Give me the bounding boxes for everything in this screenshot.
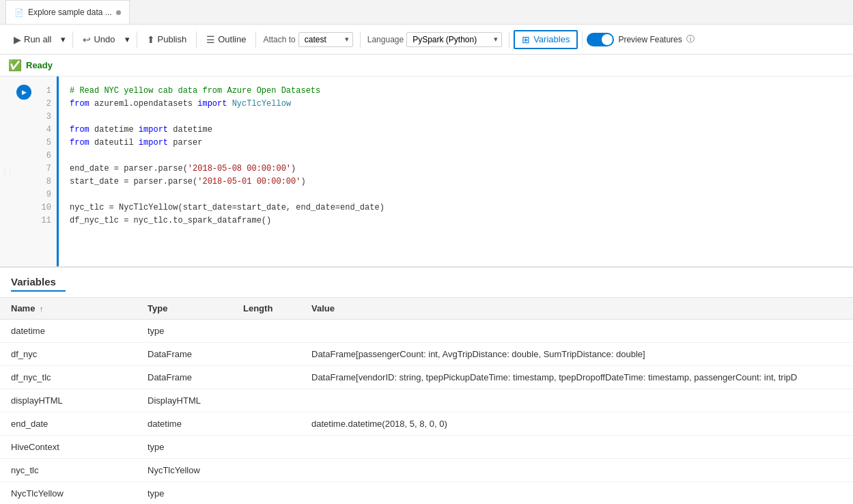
tab-label: Explore sample data ...: [28, 8, 112, 17]
status-text: Ready: [26, 60, 53, 70]
attach-select[interactable]: catest: [298, 32, 353, 47]
run-dropdown-button[interactable]: ▾: [58, 31, 68, 47]
table-row: NycTlcYellow type: [0, 482, 853, 505]
variables-button[interactable]: ⊞ Variables: [514, 30, 578, 49]
cell-name: NycTlcYellow: [0, 482, 137, 505]
preview-features-toggle[interactable]: Preview Features ⓘ: [587, 33, 694, 46]
line-numbers: 1234567891011: [34, 76, 59, 266]
table-row: df_nyc_tlc DataFrame DataFrame[vendorID:…: [0, 366, 853, 389]
notebook-icon: 📄: [14, 8, 24, 17]
cell-type: DisplayHTML: [137, 389, 232, 412]
divider-5: [360, 31, 361, 48]
cell-name: HiveContext: [0, 436, 137, 459]
cell-type: DataFrame: [137, 343, 232, 366]
table-row: HiveContext type: [0, 436, 853, 459]
cell-type: DataFrame: [137, 366, 232, 389]
drag-handle[interactable]: ⋮⋮: [0, 76, 14, 266]
publish-button[interactable]: ⬆ Publish: [141, 31, 193, 48]
cell-name: datetime: [0, 320, 137, 343]
table-row: datetime type: [0, 320, 853, 343]
language-label: Language: [367, 35, 404, 44]
toggle-thumb: [602, 34, 613, 45]
cell-length: [232, 459, 300, 482]
cell-length: [232, 320, 300, 343]
language-select[interactable]: PySpark (Python): [406, 32, 502, 47]
run-cell-button[interactable]: ▶: [16, 85, 31, 100]
chevron-down-icon-2: ▾: [125, 34, 130, 44]
col-value[interactable]: Value: [300, 298, 853, 320]
notebook-tab[interactable]: 📄 Explore sample data ...: [5, 0, 130, 24]
cell-length: [232, 436, 300, 459]
undo-button[interactable]: ↩ Undo: [77, 31, 120, 48]
toggle-track[interactable]: [587, 33, 614, 46]
run-all-button[interactable]: ▶ Run all: [8, 31, 57, 48]
table-header-row: Name ↑ Type Length Value: [0, 298, 853, 320]
cell-length: [232, 343, 300, 366]
variables-title: Variables: [0, 268, 853, 288]
table-row: df_nyc DataFrame DataFrame[passengerCoun…: [0, 343, 853, 366]
unsaved-dot: [116, 10, 121, 15]
outline-icon: ☰: [206, 34, 215, 45]
cell-value: [300, 320, 853, 343]
cell-length: [232, 366, 300, 389]
variables-table-body: datetime type df_nyc DataFrame DataFrame…: [0, 320, 853, 505]
undo-dropdown-button[interactable]: ▾: [122, 31, 132, 47]
cell-value: datetime.datetime(2018, 5, 8, 0, 0): [300, 412, 853, 436]
attach-select-wrapper[interactable]: catest: [298, 32, 353, 47]
language-select-wrapper[interactable]: PySpark (Python): [406, 32, 502, 47]
cell-name: end_date: [0, 412, 137, 436]
cell-length: [232, 482, 300, 505]
variables-table: Name ↑ Type Length Value datetime type d…: [0, 297, 853, 504]
cell-value: [300, 459, 853, 482]
cell-name: df_nyc: [0, 343, 137, 366]
cell-length: [232, 412, 300, 436]
status-bar: ✅ Ready: [0, 55, 853, 76]
undo-icon: ↩: [83, 34, 91, 45]
ready-icon: ✅: [8, 59, 22, 72]
toolbar: ▶ Run all ▾ ↩ Undo ▾ ⬆ Publish ☰ Outline…: [0, 25, 853, 55]
cell-type: NycTlcYellow: [137, 459, 232, 482]
cell-type: type: [137, 320, 232, 343]
run-icon: ▶: [14, 34, 21, 45]
table-row: end_date datetime datetime.datetime(2018…: [0, 412, 853, 436]
publish-icon: ⬆: [147, 34, 155, 45]
cell-name: nyc_tlc: [0, 459, 137, 482]
cell-name: displayHTML: [0, 389, 137, 412]
col-length[interactable]: Length: [232, 298, 300, 320]
cell-name: df_nyc_tlc: [0, 366, 137, 389]
cell-length: [232, 389, 300, 412]
chevron-down-icon: ▾: [61, 34, 66, 44]
code-area: ⋮⋮ ▶ 1234567891011 # Read NYC yellow cab…: [0, 76, 853, 268]
cell-type: datetime: [137, 412, 232, 436]
divider-7: [582, 31, 583, 48]
sort-arrow: ↑: [40, 305, 44, 313]
language-group: Language PySpark (Python): [367, 32, 502, 47]
cell-value: DataFrame[vendorID: string, tpepPickupDa…: [300, 366, 853, 389]
tab-bar: 📄 Explore sample data ...: [0, 0, 853, 25]
cell-value: [300, 389, 853, 412]
cell-type: type: [137, 436, 232, 459]
code-gutter: ⋮⋮ ▶: [0, 76, 34, 266]
code-editor[interactable]: # Read NYC yellow cab data from Azure Op…: [59, 76, 853, 266]
variables-underline: [11, 290, 66, 292]
info-icon[interactable]: ⓘ: [686, 33, 695, 45]
variables-grid-icon: ⊞: [522, 34, 530, 45]
preview-label: Preview Features: [618, 35, 682, 44]
cell-value: DataFrame[passengerCount: int, AvgTripDi…: [300, 343, 853, 366]
divider-2: [137, 31, 137, 48]
divider-1: [72, 31, 73, 48]
divider-4: [255, 31, 256, 48]
col-type[interactable]: Type: [137, 298, 232, 320]
divider-3: [196, 31, 197, 48]
run-cell-container: ▶: [14, 76, 34, 266]
col-name[interactable]: Name ↑: [0, 298, 137, 320]
cell-type: type: [137, 482, 232, 505]
variables-panel: Variables Name ↑ Type Length Value datet…: [0, 268, 853, 504]
cell-value: [300, 482, 853, 505]
table-row: nyc_tlc NycTlcYellow: [0, 459, 853, 482]
outline-button[interactable]: ☰ Outline: [201, 31, 251, 48]
attach-to-label: Attach to: [263, 35, 295, 44]
attach-to-group: Attach to catest: [263, 32, 352, 47]
divider-6: [509, 31, 509, 48]
table-row: displayHTML DisplayHTML: [0, 389, 853, 412]
